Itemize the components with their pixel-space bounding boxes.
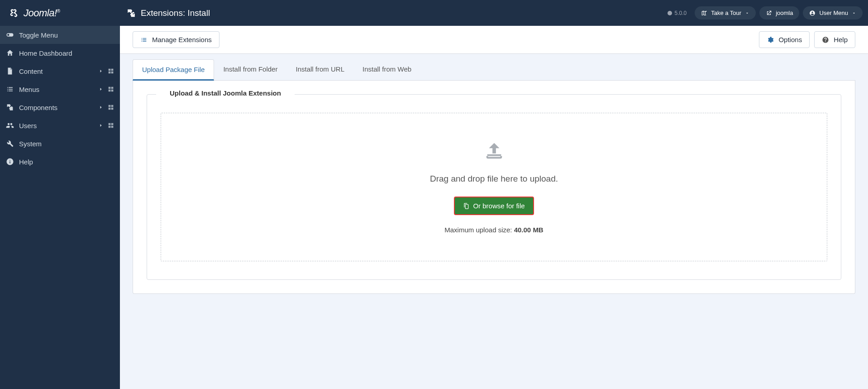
file-icon xyxy=(5,67,14,76)
grid-icon[interactable] xyxy=(107,67,114,75)
tab-panel: Upload & Install Joomla Extension Drag a… xyxy=(133,81,855,294)
chevron-right-icon xyxy=(98,123,104,128)
main-content: Manage Extensions Options Help Upload Pa… xyxy=(120,26,868,389)
chevron-right-icon xyxy=(98,68,104,74)
puzzle-icon xyxy=(5,103,14,112)
browse-file-button[interactable]: Or browse for file xyxy=(454,197,534,215)
gear-icon xyxy=(767,36,774,43)
page-title: Extensions: Install xyxy=(141,8,210,18)
joomla-logo: Joomla!® xyxy=(7,7,60,19)
version-badge: 5.0.0 xyxy=(667,10,687,16)
svg-point-0 xyxy=(668,11,672,15)
tabs: Upload Package FileInstall from FolderIn… xyxy=(133,59,855,81)
tab-install-from-web[interactable]: Install from Web xyxy=(353,59,420,80)
sidebar-item-label: Home Dashboard xyxy=(19,49,114,57)
file-dropzone[interactable]: Drag and drop file here to upload. Or br… xyxy=(161,113,827,261)
sidebar-item-label: System xyxy=(19,140,114,148)
sidebar: Toggle Menu Home Dashboard Content Menus… xyxy=(0,26,120,389)
chevron-down-icon xyxy=(745,11,749,15)
toggle-menu[interactable]: Toggle Menu xyxy=(0,26,120,44)
logo-text: Joomla!® xyxy=(24,7,60,19)
sidebar-item-label: Users xyxy=(19,122,98,130)
drop-text: Drag and drop file here to upload. xyxy=(170,174,818,184)
tab-install-from-folder[interactable]: Install from Folder xyxy=(214,59,286,80)
list-icon xyxy=(140,36,148,43)
chevron-right-icon xyxy=(98,86,104,92)
user-circle-icon xyxy=(809,10,816,16)
grid-icon[interactable] xyxy=(107,104,114,111)
sidebar-item-help[interactable]: Help xyxy=(0,153,120,171)
grid-icon[interactable] xyxy=(107,122,114,129)
users-icon xyxy=(5,121,14,130)
fieldset-legend: Upload & Install Joomla Extension xyxy=(156,89,295,97)
sidebar-item-label: Content xyxy=(19,67,98,75)
sidebar-item-users[interactable]: Users xyxy=(0,116,120,134)
chevron-right-icon xyxy=(98,105,104,110)
tab-install-from-url[interactable]: Install from URL xyxy=(286,59,353,80)
map-icon xyxy=(701,10,707,16)
sidebar-item-label: Menus xyxy=(19,86,98,93)
toggle-icon xyxy=(5,30,14,39)
list-icon xyxy=(5,85,14,94)
user-menu-button[interactable]: User Menu xyxy=(803,6,863,19)
take-tour-button[interactable]: Take a Tour xyxy=(695,6,756,19)
sidebar-item-components[interactable]: Components xyxy=(0,98,120,116)
joomla-mini-icon xyxy=(667,10,672,16)
sidebar-item-menus[interactable]: Menus xyxy=(0,80,120,98)
options-button[interactable]: Options xyxy=(759,31,810,48)
info-icon xyxy=(5,157,14,166)
upload-fieldset: Upload & Install Joomla Extension Drag a… xyxy=(147,94,841,280)
sidebar-item-system[interactable]: System xyxy=(0,134,120,153)
tab-upload-package-file[interactable]: Upload Package File xyxy=(133,59,214,81)
sidebar-item-label: Help xyxy=(19,158,114,166)
external-link-icon xyxy=(766,10,772,16)
header-actions: 5.0.0 Take a Tour joomla User Menu xyxy=(667,6,868,19)
site-link-button[interactable]: joomla xyxy=(759,6,799,19)
wrench-icon xyxy=(5,139,14,148)
page-title-area: Extensions: Install xyxy=(120,8,667,18)
sidebar-item-content[interactable]: Content xyxy=(0,62,120,80)
toolbar: Manage Extensions Options Help xyxy=(120,26,868,54)
max-upload-size: Maximum upload size: 40.00 MB xyxy=(170,226,818,234)
home-icon xyxy=(5,48,14,58)
sidebar-item-label: Toggle Menu xyxy=(19,31,114,39)
copy-icon xyxy=(463,203,469,209)
app-header: Joomla!® Extensions: Install 5.0.0 Take … xyxy=(0,0,868,26)
manage-extensions-button[interactable]: Manage Extensions xyxy=(133,31,219,48)
question-icon xyxy=(822,36,829,43)
upload-icon xyxy=(484,140,505,161)
logo-area[interactable]: Joomla!® xyxy=(0,0,120,26)
help-button[interactable]: Help xyxy=(814,31,855,48)
sidebar-item-home-dashboard[interactable]: Home Dashboard xyxy=(0,44,120,62)
puzzle-icon xyxy=(126,8,136,18)
grid-icon[interactable] xyxy=(107,86,114,93)
chevron-down-icon xyxy=(852,11,856,15)
joomla-logo-icon xyxy=(7,7,20,19)
sidebar-item-label: Components xyxy=(19,104,98,111)
